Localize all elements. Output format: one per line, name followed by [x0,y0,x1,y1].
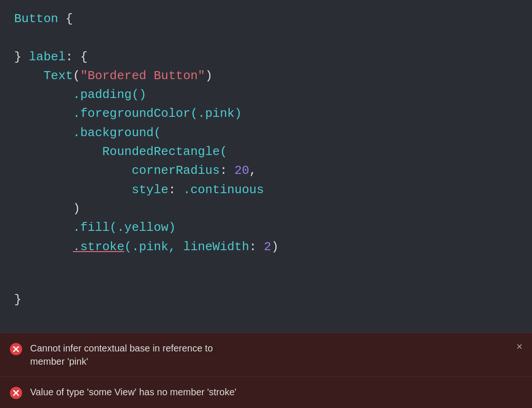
code-line-3: } label: { [14,48,518,66]
modifier-background: .background( [73,126,161,140]
code-line-12: .fill(.yellow) [14,218,518,237]
brace-close: } [14,50,29,64]
error-icon-1 [9,343,23,356]
paren-close-rect: ) [14,202,80,216]
error-close-button-1[interactable]: × [516,342,523,353]
error-icon-2 [9,386,23,400]
param-style: style [132,183,169,197]
paren-close: ) [205,69,213,83]
error-text-2: Value of type 'some View' has no member … [30,385,523,399]
code-line-13: .stroke(.pink, lineWidth: 2) [14,237,518,256]
code-line-1: Button { [14,9,518,28]
modifier-foreground-color: .foregroundColor(.pink) [73,106,242,121]
code-line-9: cornerRadius: 20, [14,161,518,180]
colon: : [169,183,183,197]
code-editor: Button { } label: { Text("Bordered Butto… [0,0,532,408]
code-line-7: .background( [14,123,518,142]
indent [14,183,132,197]
value-continuous: .continuous [183,183,264,197]
error-item-1: Cannot infer contextual base in referenc… [0,333,532,377]
param-linewidth: lineWidth [183,240,249,254]
keyword-button: Button [14,12,65,26]
closing-brace: } [14,293,22,307]
value-20: 20 [234,163,249,178]
modifier-fill: .fill(.yellow) [73,220,176,235]
indent [14,220,73,235]
comma: , [249,163,257,178]
keyword-label: label [29,50,65,64]
indent [14,126,73,140]
code-line-10: style: .continuous [14,180,518,199]
indent [14,163,132,178]
stroke-args: (.pink, [124,240,183,254]
error-text-1: Cannot infer contextual base in referenc… [30,342,509,368]
colon: : [220,163,234,178]
code-line-11: ) [14,199,518,218]
indent [14,240,73,254]
indent [14,88,73,102]
modifier-padding: .padding() [73,88,146,102]
keyword-text: Text [43,69,73,83]
code-line-8: RoundedRectangle( [14,142,518,161]
colon: : [249,240,264,254]
colon-brace: : { [65,50,88,64]
paren-close-stroke: ) [271,240,279,254]
brace-open: { [65,12,73,26]
param-corner-radius: cornerRadius [132,163,220,178]
error-item-2: Value of type 'some View' has no member … [0,377,532,408]
code-line-5: .padding() [14,85,518,104]
indent [14,69,43,83]
code-line-4: Text("Bordered Button") [14,66,518,85]
string-bordered-button: "Bordered Button" [80,69,205,83]
code-line-6: .foregroundColor(.pink) [14,104,518,123]
code-block: Button { } label: { Text("Bordered Butto… [14,9,518,256]
code-line-blank [14,28,518,47]
indent [14,106,73,121]
value-2: 2 [264,240,272,254]
modifier-stroke: .stroke [73,240,124,254]
closing-brace-section: } [14,293,22,307]
keyword-rounded-rectangle: RoundedRectangle( [102,145,227,159]
error-panel: Cannot infer contextual base in referenc… [0,333,532,408]
paren-open: ( [73,69,81,83]
indent [14,145,102,159]
